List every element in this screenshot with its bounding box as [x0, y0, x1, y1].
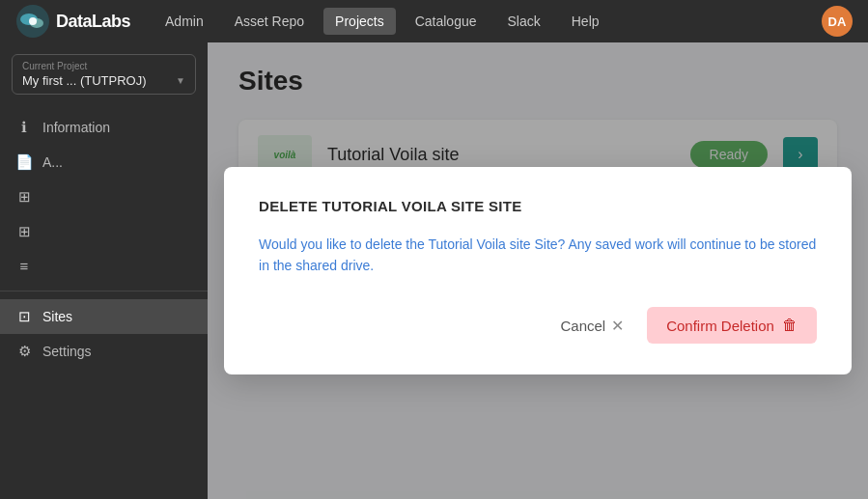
confirm-label: Confirm Deletion: [666, 318, 774, 334]
logo-text: DataLabs: [56, 12, 130, 32]
info-icon: ℹ: [15, 119, 33, 136]
sidebar-item-label: Information: [42, 120, 110, 135]
delete-modal: DELETE TUTORIAL VOILA SITE SITE Would yo…: [224, 167, 852, 375]
sidebar-item-d[interactable]: ≡: [0, 249, 208, 283]
modal-footer: Cancel ✕ Confirm Deletion 🗑: [259, 307, 817, 344]
nav-slack[interactable]: Slack: [496, 8, 552, 35]
grid-icon: ⊞: [15, 188, 33, 206]
svg-point-3: [29, 17, 37, 25]
sidebar-item-information[interactable]: ℹ Information: [0, 110, 208, 145]
sidebar: Current Project My first ... (TUTPROJ) ▼…: [0, 42, 208, 499]
modal-title: DELETE TUTORIAL VOILA SITE SITE: [259, 198, 817, 214]
sidebar-item-b[interactable]: ⊞: [0, 180, 208, 214]
top-navigation: DataLabs Admin Asset Repo Projects Catal…: [0, 0, 868, 42]
settings-icon: ⚙: [15, 343, 33, 360]
main-content: Sites voilà Tutorial Voila site Ready › …: [208, 42, 868, 499]
nav-projects[interactable]: Projects: [323, 8, 396, 35]
nav-catalogue[interactable]: Catalogue: [404, 8, 489, 35]
logo: DataLabs: [15, 4, 130, 39]
nav-asset-repo[interactable]: Asset Repo: [223, 8, 316, 35]
sidebar-item-label: Settings: [42, 344, 92, 359]
sidebar-item-a[interactable]: 📄 A...: [0, 145, 208, 180]
sidebar-item-c[interactable]: ⊞: [0, 214, 208, 249]
doc-icon: 📄: [15, 153, 33, 171]
sites-icon: ⊡: [15, 308, 33, 325]
modal-body: Would you like to delete the Tutorial Vo…: [259, 234, 817, 277]
user-avatar[interactable]: DA: [822, 6, 853, 37]
cancel-button[interactable]: Cancel ✕: [548, 309, 635, 343]
sidebar-divider: [0, 291, 208, 291]
chevron-down-icon: ▼: [176, 75, 185, 86]
confirm-deletion-button[interactable]: Confirm Deletion 🗑: [647, 307, 817, 344]
project-selector[interactable]: Current Project My first ... (TUTPROJ) ▼: [12, 54, 196, 95]
sidebar-item-settings[interactable]: ⚙ Settings: [0, 334, 208, 369]
trash-icon: 🗑: [782, 317, 798, 334]
close-icon: ✕: [611, 317, 624, 335]
sidebar-item-sites[interactable]: ⊡ Sites: [0, 299, 208, 334]
sidebar-item-label: A...: [42, 154, 63, 170]
nav-help[interactable]: Help: [560, 8, 611, 35]
nav-admin[interactable]: Admin: [154, 8, 215, 35]
grid2-icon: ⊞: [15, 223, 33, 240]
main-layout: Current Project My first ... (TUTPROJ) ▼…: [0, 42, 868, 499]
cancel-label: Cancel: [560, 318, 605, 334]
project-value: My first ... (TUTPROJ) ▼: [22, 73, 185, 88]
project-name: My first ... (TUTPROJ): [22, 73, 147, 88]
sidebar-item-label: Sites: [42, 309, 72, 324]
list-icon: ≡: [15, 258, 33, 274]
project-label: Current Project: [22, 61, 185, 71]
modal-overlay: DELETE TUTORIAL VOILA SITE SITE Would yo…: [208, 42, 868, 499]
logo-icon: [15, 4, 50, 39]
